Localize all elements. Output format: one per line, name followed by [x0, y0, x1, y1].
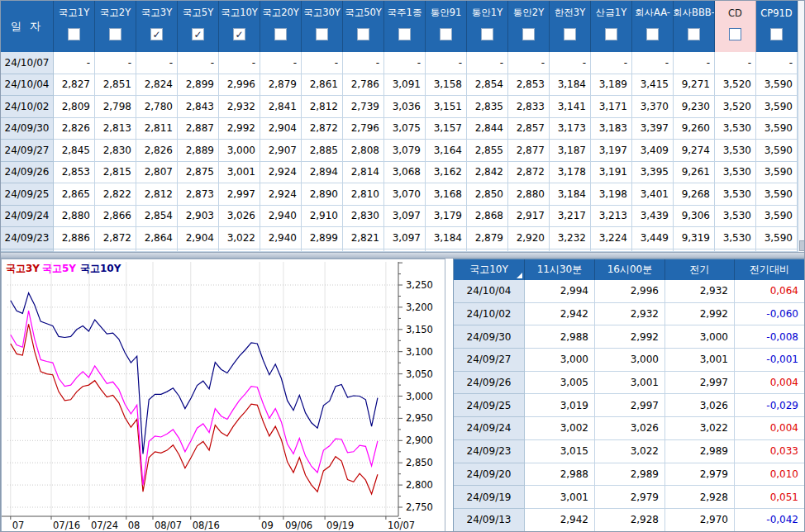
date-column-header[interactable]: 일 자: [1, 1, 54, 52]
rate-cell: 9,306: [674, 206, 715, 228]
column-checkbox[interactable]: ✓: [688, 28, 700, 40]
column-header-통안91[interactable]: 통안91✓: [426, 1, 467, 52]
rate-cell: 2,844: [467, 118, 508, 140]
value-cell: 2,928: [595, 509, 665, 532]
column-checkbox[interactable]: ✓: [564, 28, 576, 40]
rate-cell: 3,184: [426, 227, 467, 249]
column-checkbox[interactable]: ✓: [68, 28, 80, 40]
detail-table-row[interactable]: 24/10/042,9942,9962,9320,064: [454, 280, 805, 303]
column-checkbox[interactable]: ✓: [770, 28, 783, 40]
detail-date-cell: 24/09/26: [454, 372, 525, 395]
rate-cell: 2,851: [95, 74, 136, 97]
column-header-통안1Y[interactable]: 통안1Y✓: [467, 1, 508, 52]
detail-table-row[interactable]: 24/09/302,9882,9923,000-0,008: [454, 325, 805, 349]
column-checkbox[interactable]: ✓: [729, 28, 741, 40]
column-header-회사BBB-[interactable]: 회사BBB-✓: [674, 1, 715, 52]
detail-header-3[interactable]: 전기: [665, 259, 735, 280]
horizontal-splitter[interactable]: [1, 252, 805, 259]
rate-cell: 3,590: [756, 96, 798, 118]
rate-cell: -: [591, 52, 632, 74]
value-cell: 2,989: [665, 440, 735, 463]
rate-cell: 2,880: [508, 183, 550, 206]
table-row[interactable]: 24/09/242,8802,8662,8542,9033,0262,9402,…: [1, 206, 798, 228]
row-date-cell: 24/10/02: [1, 96, 54, 118]
detail-table-row[interactable]: 24/09/233,0153,0222,9890,033: [454, 440, 805, 463]
column-header-산금1Y[interactable]: 산금1Y✓: [591, 1, 632, 52]
column-header-통안2Y[interactable]: 통안2Y✓: [508, 1, 550, 52]
column-checkbox[interactable]: ✓: [398, 28, 411, 40]
column-header-label: 회사AA-: [632, 1, 673, 25]
rate-cell: -: [715, 52, 756, 74]
rate-cell: 3,162: [426, 162, 467, 184]
detail-table-row[interactable]: 24/09/193,0012,9792,9280,051: [454, 486, 805, 509]
table-row[interactable]: 24/09/252,8652,8222,8122,8732,9972,9242,…: [1, 183, 798, 206]
rate-cell: 3,590: [756, 183, 798, 206]
column-checkbox[interactable]: ✓: [316, 28, 328, 40]
column-header-국고5Y[interactable]: 국고5Y✓: [178, 1, 219, 52]
table-row[interactable]: 24/10/022,8092,7982,7802,8432,9322,8412,…: [1, 96, 798, 118]
column-checkbox-wrap: ✓: [178, 25, 218, 52]
rate-cell: 9,319: [674, 227, 715, 249]
column-header-label: CP91D: [756, 1, 797, 25]
rate-cell: 2,924: [260, 162, 302, 184]
rate-cell: 3,449: [632, 227, 674, 249]
column-header-국고30Y[interactable]: 국고30Y✓: [302, 1, 343, 52]
column-header-국고2Y[interactable]: 국고2Y✓: [95, 1, 136, 52]
column-header-CD[interactable]: CD✓: [715, 1, 756, 52]
column-header-국고50Y[interactable]: 국고50Y✓: [343, 1, 384, 52]
table-row[interactable]: 24/09/262,8532,8152,8072,8753,0012,9242,…: [1, 162, 798, 184]
table-row[interactable]: 24/09/232,8862,8722,8642,9043,0222,9402,…: [1, 227, 798, 249]
column-header-CP91D[interactable]: CP91D✓: [756, 1, 798, 52]
column-header-국고3Y[interactable]: 국고3Y✓: [136, 1, 178, 52]
column-checkbox[interactable]: ✓: [605, 28, 617, 40]
table-row[interactable]: 24/09/302,8262,8132,8112,8872,9922,9042,…: [1, 118, 798, 140]
scrollbar-thumb[interactable]: [799, 240, 805, 251]
detail-table-row[interactable]: 24/10/022,9422,9322,992-0,060: [454, 303, 805, 326]
column-checkbox[interactable]: ✓: [233, 28, 245, 40]
column-checkbox[interactable]: ✓: [646, 28, 659, 40]
column-checkbox[interactable]: ✓: [481, 28, 493, 40]
detail-table-row[interactable]: 24/09/263,0053,0012,9970,004: [454, 372, 805, 395]
value-cell: 2,970: [665, 509, 735, 532]
rate-cell: 3,370: [632, 96, 674, 118]
column-header-국고10Y[interactable]: 국고10Y✓: [219, 1, 260, 52]
detail-header-1[interactable]: 11시30분: [525, 259, 595, 280]
column-header-국고20Y[interactable]: 국고20Y✓: [260, 1, 302, 52]
rate-cell: -: [508, 52, 550, 74]
detail-table-row[interactable]: 24/09/273,0003,0003,001-0,001: [454, 349, 805, 372]
detail-table-row[interactable]: 24/09/202,9882,9892,9790,010: [454, 463, 805, 487]
column-header-국주1종[interactable]: 국주1종✓: [384, 1, 426, 52]
column-checkbox[interactable]: ✓: [522, 28, 535, 40]
rate-cell: 2,872: [95, 227, 136, 249]
rate-cell: 9,260: [674, 118, 715, 140]
column-checkbox[interactable]: ✓: [274, 28, 287, 40]
value-cell: 2,989: [595, 463, 665, 487]
column-checkbox[interactable]: ✓: [109, 28, 121, 40]
detail-table-row[interactable]: 24/09/243,0023,0263,0220,004: [454, 417, 805, 440]
detail-header-2[interactable]: 16시00분: [595, 259, 665, 280]
detail-table-row[interactable]: 24/09/132,9422,9282,970-0,042: [454, 509, 805, 532]
rate-cell: 3,197: [591, 140, 632, 162]
column-header-회사AA-[interactable]: 회사AA-✓: [632, 1, 674, 52]
detail-header-0[interactable]: 국고10Y: [454, 259, 525, 280]
rate-cell: 2,996: [219, 74, 260, 97]
rate-cell: 9,230: [674, 96, 715, 118]
rate-cell: -: [674, 52, 715, 74]
column-header-국고1Y[interactable]: 국고1Y✓: [54, 1, 95, 52]
rate-cell: 2,866: [95, 206, 136, 228]
table-row[interactable]: 24/09/272,8452,8302,8262,8893,0002,9072,…: [1, 140, 798, 162]
column-checkbox[interactable]: ✓: [357, 28, 369, 40]
rate-cell: 3,590: [756, 206, 798, 228]
table-row[interactable]: 24/10/07------------------: [1, 52, 798, 74]
rate-cell: 2,812: [302, 96, 343, 118]
column-header-한전3Y[interactable]: 한전3Y✓: [550, 1, 591, 52]
vertical-scrollbar[interactable]: [798, 1, 805, 252]
rate-cell: 2,815: [95, 162, 136, 184]
svg-text:3,250: 3,250: [406, 279, 433, 291]
column-checkbox[interactable]: ✓: [440, 28, 452, 40]
table-row[interactable]: 24/10/042,8272,8512,8242,8992,9962,8792,…: [1, 74, 798, 97]
column-checkbox[interactable]: ✓: [192, 28, 204, 40]
column-checkbox[interactable]: ✓: [150, 28, 163, 40]
detail-header-4[interactable]: 전기대비: [735, 259, 805, 280]
detail-table-row[interactable]: 24/09/253,0192,9973,026-0,029: [454, 394, 805, 417]
